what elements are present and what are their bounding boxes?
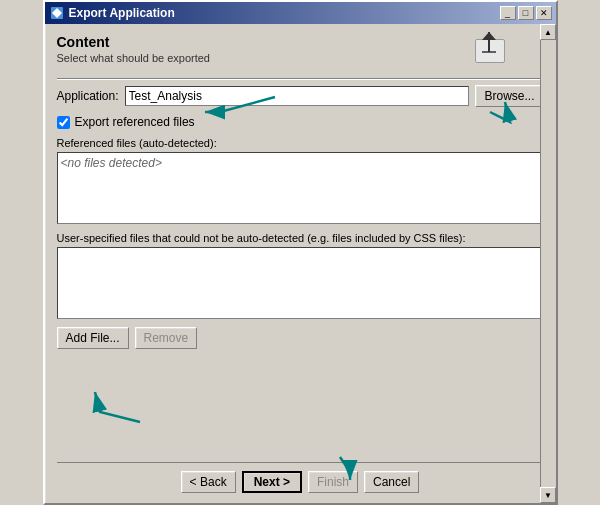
- file-action-buttons: Add File... Remove: [57, 327, 544, 349]
- export-referenced-row: Export referenced files: [57, 115, 544, 129]
- section-divider: [57, 78, 544, 79]
- title-bar-left: Export Application: [49, 5, 175, 21]
- cancel-button[interactable]: Cancel: [364, 471, 419, 493]
- application-field-row: Application: Browse...: [57, 85, 544, 107]
- window-icon: [49, 5, 65, 21]
- referenced-files-list: <no files detected>: [57, 152, 544, 224]
- user-specified-files-list: [57, 247, 544, 319]
- referenced-files-placeholder: <no files detected>: [61, 156, 162, 170]
- remove-button[interactable]: Remove: [135, 327, 198, 349]
- application-label: Application:: [57, 89, 119, 103]
- referenced-files-label: Referenced files (auto-detected):: [57, 137, 544, 149]
- export-icon: [474, 30, 514, 69]
- section-subtitle: Select what should be exported: [57, 52, 544, 64]
- finish-button[interactable]: Finish: [308, 471, 358, 493]
- application-input[interactable]: [125, 86, 470, 106]
- export-application-window: Export Application _ □ ✕ Content Select …: [43, 0, 558, 505]
- vertical-scrollbar: ▲ ▼: [540, 24, 556, 503]
- export-referenced-checkbox[interactable]: [57, 116, 70, 129]
- minimize-button[interactable]: _: [500, 6, 516, 20]
- footer-nav: < Back Next > Finish Cancel: [57, 462, 544, 493]
- export-referenced-label: Export referenced files: [75, 115, 195, 129]
- window-title: Export Application: [69, 6, 175, 20]
- title-bar: Export Application _ □ ✕: [45, 2, 556, 24]
- browse-button[interactable]: Browse...: [475, 85, 543, 107]
- content-area: Content Select what should be exported A…: [45, 24, 556, 503]
- section-title: Content: [57, 34, 544, 50]
- title-bar-buttons: _ □ ✕: [500, 6, 552, 20]
- maximize-button[interactable]: □: [518, 6, 534, 20]
- next-button[interactable]: Next >: [242, 471, 302, 493]
- back-button[interactable]: < Back: [181, 471, 236, 493]
- user-specified-label: User-specified files that could not be a…: [57, 232, 544, 244]
- svg-marker-5: [482, 32, 496, 40]
- scroll-down-arrow[interactable]: ▼: [540, 487, 556, 503]
- scroll-up-arrow[interactable]: ▲: [540, 24, 556, 40]
- close-button[interactable]: ✕: [536, 6, 552, 20]
- add-file-button[interactable]: Add File...: [57, 327, 129, 349]
